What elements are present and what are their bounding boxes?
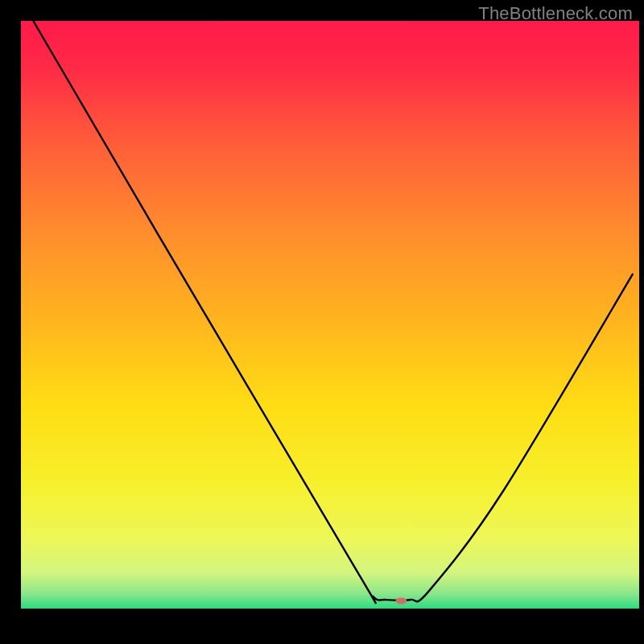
optimal-marker [395, 598, 407, 605]
bottleneck-chart [0, 0, 644, 644]
plot-background [21, 21, 639, 609]
watermark-text: TheBottleneck.com [478, 3, 633, 24]
chart-frame: TheBottleneck.com [0, 0, 644, 644]
